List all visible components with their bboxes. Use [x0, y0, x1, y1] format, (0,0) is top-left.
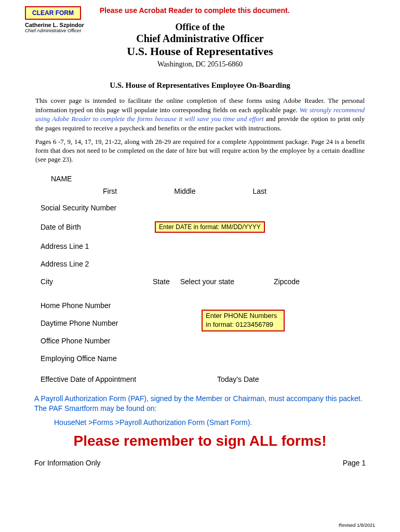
remember-sign-notice: Please remember to sign ALL forms! — [25, 433, 375, 449]
info-only-label: For Information Only — [34, 459, 101, 467]
header-address: Washington, DC 20515-6860 — [25, 60, 375, 69]
name-label: NAME — [51, 175, 359, 183]
employing-office-label: Employing Office Name — [41, 354, 155, 363]
clear-form-button[interactable]: CLEAR FORM — [25, 6, 81, 20]
ssn-label: Social Security Number — [41, 204, 155, 212]
acrobat-notice: Please use Acrobat Reader to complete th… — [100, 6, 290, 15]
paf-text: A Payroll Authorization Form (PAF), sign… — [25, 394, 375, 414]
daytime-phone-label: Daytime Phone Number — [41, 319, 155, 327]
page-number: Page 1 — [343, 459, 366, 467]
intro-paragraph: This cover page is intended to facilitat… — [25, 96, 375, 132]
officer-title: Chief Administrative Officer — [25, 28, 84, 33]
paf-path: HouseNet >Forms >Payroll Authorization F… — [54, 418, 375, 427]
phone-hint: Enter PHONE Numbers in format: 012345678… — [202, 310, 285, 331]
header-cao: Chief Administrative Officer — [25, 33, 375, 45]
home-phone-label: Home Phone Number — [41, 301, 155, 310]
office-phone-label: Office Phone Number — [41, 337, 155, 345]
form-title: U.S. House of Representatives Employee O… — [25, 81, 375, 90]
last-name-label: Last — [252, 187, 266, 195]
officer-name: Catherine L. Szpindor — [25, 22, 84, 28]
middle-name-label: Middle — [174, 187, 195, 195]
pages-note: Pages 6 -7, 9, 14, 17, 19, 21-22, along … — [25, 138, 375, 164]
dob-hint: Enter DATE in format: MM/DD/YYYY — [155, 221, 265, 233]
address1-label: Address Line 1 — [41, 242, 155, 250]
effective-date-label: Effective Date of Appointment — [41, 375, 217, 383]
todays-date-label: Today's Date — [217, 375, 259, 383]
first-name-label: First — [103, 187, 117, 195]
state-select[interactable]: Select your state — [180, 277, 234, 286]
header-house: U.S. House of Representatives — [25, 45, 375, 58]
city-label: City — [41, 277, 144, 286]
address2-label: Address Line 2 — [41, 260, 155, 268]
dob-label: Date of Birth — [41, 223, 155, 231]
state-label: State — [153, 277, 170, 286]
revised-date: Revised 1/8/2021 — [339, 523, 375, 528]
zipcode-label: Zipcode — [274, 277, 300, 286]
